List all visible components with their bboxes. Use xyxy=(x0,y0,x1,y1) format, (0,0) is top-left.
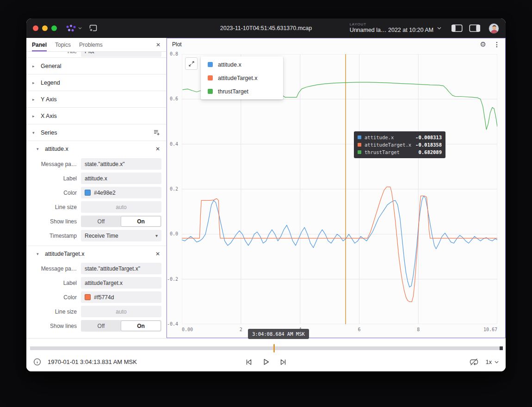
toggle-on-option[interactable]: On xyxy=(121,321,161,331)
series-editor-attitude-x[interactable]: ▾ attitude.x ✕ xyxy=(26,141,166,157)
section-x-axis[interactable]: ▸ X Axis xyxy=(26,108,166,124)
tooltip-swatch xyxy=(358,150,361,154)
line-size-input[interactable]: auto xyxy=(81,306,161,317)
series-editor-attitude-target-x[interactable]: ▾ attitudeTarget.x ✕ xyxy=(26,246,166,261)
line-size-row: Line size auto xyxy=(26,304,166,319)
remove-series-icon[interactable]: ✕ xyxy=(155,146,160,152)
minimize-window-button[interactable] xyxy=(42,25,48,31)
section-y-axis[interactable]: ▸ Y Axis xyxy=(26,91,166,108)
layout-picker[interactable]: LAYOUT Unnamed la… 2022 at 10:20 AM xyxy=(350,22,441,34)
left-sidebar-icon xyxy=(452,24,463,32)
tab-panel[interactable]: Panel xyxy=(32,38,47,51)
color-swatch[interactable] xyxy=(85,294,91,300)
loop-playback-button[interactable] xyxy=(470,358,478,366)
label-label: Label xyxy=(26,175,81,182)
message-path-input[interactable]: state."attitude.x" xyxy=(81,158,161,170)
loop-off-icon xyxy=(470,358,478,366)
zoom-window-button[interactable] xyxy=(51,25,57,31)
timestamp-select[interactable]: Receive Time ▾ xyxy=(81,230,161,241)
x-tick-label: 2 xyxy=(240,327,242,332)
close-window-button[interactable] xyxy=(33,25,38,31)
toggle-right-sidebar-button[interactable] xyxy=(468,23,481,34)
plot-panel-title: Plot xyxy=(172,41,182,48)
plot-panel[interactable]: Plot ⚙ ⋮ 0.80.60.40.20.0-0.2-0.4 0.00246… xyxy=(167,38,506,338)
toggle-off-option[interactable]: Off xyxy=(81,321,121,331)
series-name: attitude.x xyxy=(45,146,68,152)
tooltip-row: attitudeTarget.x -0.018358 xyxy=(358,141,442,148)
window-controls xyxy=(33,25,57,31)
toggle-left-sidebar-button[interactable] xyxy=(451,23,464,34)
app-menu-button[interactable] xyxy=(65,25,82,32)
color-swatch[interactable] xyxy=(85,190,91,196)
show-lines-toggle: Off On xyxy=(81,216,161,227)
legend-label: attitudeTarget.x xyxy=(218,75,257,81)
seek-hover-tooltip: 3:04:08.684 AM MSK xyxy=(248,329,309,339)
toggle-off-option[interactable]: Off xyxy=(81,216,121,227)
message-path-label: Message pa… xyxy=(26,161,81,167)
close-icon: ✕ xyxy=(156,42,161,48)
title-field-input[interactable]: Plot xyxy=(81,52,161,57)
message-path-row: Message pa… state."attitudeTarget.x" xyxy=(26,261,166,276)
seek-backward-button[interactable] xyxy=(245,358,253,366)
playhead-marker[interactable] xyxy=(273,344,275,352)
panel-settings-sidebar: Panel Topics Problems ✕ Title Plot ▸ Gen… xyxy=(26,38,167,338)
chevron-down-icon xyxy=(495,361,499,364)
x-axis-tick-labels: 0.00246810.67 xyxy=(182,327,497,333)
plot-panel-header: Plot ⚙ ⋮ xyxy=(167,38,506,51)
legend-item[interactable]: thrustTarget xyxy=(201,85,283,98)
show-lines-row: Show lines Off On xyxy=(26,214,166,228)
color-row: Color #f5774d xyxy=(26,290,166,304)
data-source-info-button[interactable] xyxy=(33,358,41,366)
panel-settings-gear-icon[interactable]: ⚙ xyxy=(480,40,486,49)
line-size-input[interactable]: auto xyxy=(81,201,161,213)
label-input[interactable]: attitudeTarget.x xyxy=(81,277,161,289)
color-input[interactable]: #4e98e2 xyxy=(81,187,161,198)
tab-problems[interactable]: Problems xyxy=(79,38,103,51)
timestamp-label: Timestamp xyxy=(26,233,81,239)
play-button[interactable] xyxy=(262,358,270,366)
add-panel-button[interactable] xyxy=(87,23,99,34)
tooltip-swatch xyxy=(358,143,361,147)
chevron-right-icon: ▸ xyxy=(32,64,37,68)
playback-speed-control[interactable]: 1x xyxy=(486,359,499,365)
toggle-on-option[interactable]: On xyxy=(121,216,161,227)
playback-controls: 1970-01-01 3:04:13.831 AM MSK xyxy=(26,352,506,371)
show-lines-toggle: Off On xyxy=(81,320,161,332)
close-sidebar-button[interactable]: ✕ xyxy=(156,38,161,51)
y-tick-label: -0.2 xyxy=(167,277,178,282)
avatar[interactable] xyxy=(489,23,499,34)
remove-series-icon[interactable]: ✕ xyxy=(155,251,160,257)
label-row: Label attitudeTarget.x xyxy=(26,276,166,290)
panel-menu-icon[interactable]: ⋮ xyxy=(494,41,500,48)
section-y-axis-label: Y Axis xyxy=(41,96,57,103)
color-row: Color #4e98e2 xyxy=(26,185,166,200)
add-series-icon xyxy=(153,129,160,136)
tab-topics[interactable]: Topics xyxy=(55,38,71,51)
seek-bar[interactable] xyxy=(30,346,502,350)
color-input[interactable]: #f5774d xyxy=(81,291,161,303)
color-label: Color xyxy=(26,190,81,196)
app-window: 2023-11-10T04:51:45.631370.mcap LAYOUT U… xyxy=(26,18,506,371)
legend-item[interactable]: attitude.x xyxy=(201,58,283,71)
chevron-right-icon: ▸ xyxy=(32,80,37,85)
section-legend[interactable]: ▸ Legend xyxy=(26,74,166,91)
tooltip-row: attitude.x -0.008313 xyxy=(358,134,442,141)
label-row: Label attitude.x xyxy=(26,171,166,185)
foxglove-logo-icon xyxy=(65,25,76,32)
message-path-input[interactable]: state."attitudeTarget.x" xyxy=(81,263,161,274)
add-series-button[interactable] xyxy=(153,129,160,136)
y-tick-label: 0.8 xyxy=(170,51,178,56)
seek-forward-button[interactable] xyxy=(279,358,288,366)
chevron-right-icon: ▸ xyxy=(32,114,37,118)
section-series[interactable]: ▾ Series xyxy=(26,124,166,141)
section-general[interactable]: ▸ General xyxy=(26,58,166,74)
legend-collapse-button[interactable] xyxy=(185,57,198,70)
line-size-label: Line size xyxy=(26,204,81,210)
legend-item[interactable]: attitudeTarget.x xyxy=(201,71,283,85)
title-field-label: Title xyxy=(26,52,81,55)
collapse-arrows-icon xyxy=(188,61,195,67)
right-sidebar-icon xyxy=(469,24,480,32)
show-lines-row: Show lines Off On xyxy=(26,319,166,333)
label-input[interactable]: attitude.x xyxy=(81,173,161,184)
chevron-down-icon: ▾ xyxy=(37,252,41,256)
